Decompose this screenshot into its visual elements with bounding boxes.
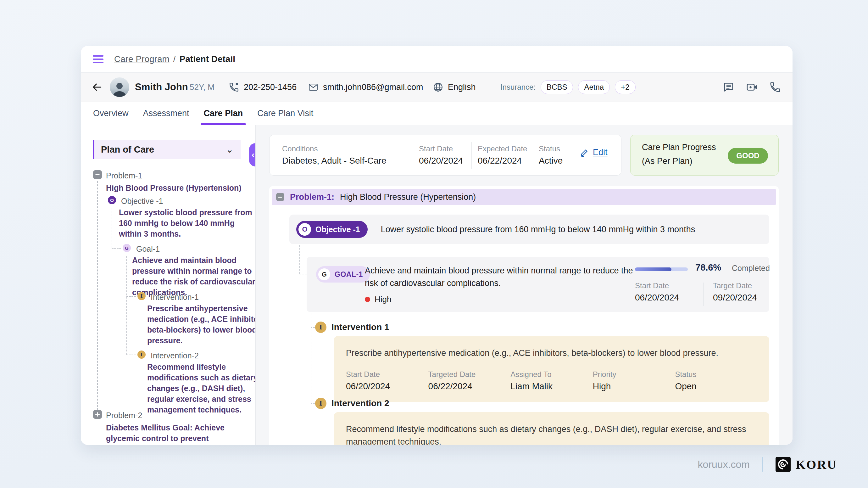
- tab-care-plan[interactable]: Care Plan: [204, 102, 243, 125]
- connector: [311, 313, 311, 403]
- intervention1-header[interactable]: I Intervention 1: [315, 322, 389, 333]
- intervention2-title: Intervention 2: [332, 398, 389, 408]
- email-group: smith.john086@gmail.com: [308, 73, 423, 102]
- pencil-icon: [580, 148, 589, 157]
- goal-letter-icon: G: [318, 268, 330, 280]
- connector: [300, 274, 307, 274]
- back-button[interactable]: [92, 73, 102, 102]
- intervention1-title: Intervention 1: [332, 322, 389, 332]
- intervention-letter-icon: I: [315, 398, 327, 409]
- mail-icon: [308, 82, 318, 92]
- patient-name: Smith John: [135, 73, 188, 102]
- care-plan-tree-sidebar: Plan of Care ⌄ ‹ Problem-1 High Blood Pr…: [81, 125, 256, 445]
- call-button[interactable]: [769, 81, 781, 93]
- goal-priority: High: [365, 295, 391, 304]
- divider: [532, 142, 532, 169]
- globe-icon: [433, 82, 443, 92]
- chat-button[interactable]: [723, 81, 735, 93]
- tree-node-objective1-badge[interactable]: O: [108, 196, 116, 204]
- intervention2-text: Recommend lifestyle modifications such a…: [346, 423, 755, 445]
- goal-start-date: 06/20/2024: [635, 293, 679, 303]
- int1-targeted-date: 06/22/2024: [428, 382, 511, 391]
- goal-progress-bar: [635, 268, 688, 271]
- int1-priority: High: [593, 382, 675, 391]
- sidebar-collapse-handle[interactable]: ‹: [249, 143, 256, 166]
- intervention2-header[interactable]: I Intervention 2: [315, 398, 389, 409]
- goal-progress-panel: 78.6% Completed Start Date 06/20/2024 Ta…: [634, 257, 766, 312]
- conditions-summary-card: Conditions Diabetes, Adult - Self-Care S…: [269, 135, 621, 176]
- goal-badge-icon: G: [123, 244, 131, 252]
- tree-node-problem2-label[interactable]: Problem-2: [106, 411, 142, 420]
- video-call-button[interactable]: [746, 81, 758, 93]
- tree-node-intervention1-label[interactable]: Intervention-1: [151, 293, 199, 302]
- tree-node-intervention1-text: Prescribe antihypertensive medication (e…: [147, 303, 256, 346]
- tab-care-plan-visit[interactable]: Care Plan Visit: [257, 102, 313, 125]
- app-window: Care Program / Patient Detail Smith John…: [81, 46, 793, 445]
- tree-node-problem2-text: Diabetes Mellitus Goal: Achieve glycemic…: [106, 422, 252, 445]
- expected-date-label: Expected Date: [478, 145, 527, 153]
- divider: [490, 77, 490, 98]
- problem1-section: Problem-1: High Blood Pressure (Hyperten…: [269, 186, 779, 445]
- goal-badge: G GOAL-1: [316, 266, 370, 282]
- int1-start-date-label: Start Date: [346, 370, 428, 379]
- tree-node-intervention1-badge[interactable]: I: [137, 292, 146, 300]
- status-label: Status: [539, 145, 563, 153]
- objective-text: Lower systolic blood pressure from 160 m…: [381, 225, 695, 235]
- tree-node-goal1-badge[interactable]: G: [123, 244, 131, 252]
- goal-target-date: 09/20/2024: [713, 293, 757, 303]
- tree-connector: [97, 181, 98, 410]
- phone-contact-icon: [229, 82, 239, 92]
- tree-node-problem1-label[interactable]: Problem-1: [106, 171, 142, 180]
- tab-bar: Overview Assessment Care Plan Care Plan …: [81, 102, 793, 125]
- problem1-header[interactable]: Problem-1: High Blood Pressure (Hyperten…: [272, 189, 776, 205]
- patient-info-bar: Smith John 52Y, M 202-250-1456 smith.joh…: [81, 72, 793, 102]
- tree-node-problem2-toggle[interactable]: [93, 410, 102, 419]
- plan-of-care-select[interactable]: Plan of Care ⌄: [93, 140, 241, 159]
- breadcrumb-link-care-program[interactable]: Care Program: [114, 54, 169, 64]
- arrow-left-icon: [92, 82, 102, 92]
- tree-node-problem1-toggle[interactable]: [93, 170, 102, 179]
- care-plan-main: Conditions Diabetes, Adult - Self-Care S…: [256, 125, 793, 445]
- int1-status-label: Status: [675, 370, 757, 379]
- plan-select-label: Plan of Care: [101, 145, 154, 155]
- breadcrumb-current: Patient Detail: [180, 54, 235, 64]
- intervention1-card: Prescribe antihypertensive medication (e…: [334, 336, 769, 402]
- tree-node-intervention2-label[interactable]: Intervention-2: [151, 351, 199, 360]
- patient-email: smith.john086@gmail.com: [323, 83, 423, 92]
- int1-targeted-date-label: Targeted Date: [428, 370, 511, 379]
- phone-icon: [769, 81, 781, 93]
- insurance-group: Insurance: BCBS Aetna +2: [500, 73, 636, 102]
- goal-badge-label: GOAL-1: [335, 270, 363, 279]
- accent-bar: [93, 140, 94, 159]
- tab-overview[interactable]: Overview: [93, 102, 129, 125]
- intervention-badge-icon: I: [137, 292, 146, 300]
- intervention-letter-icon: I: [315, 322, 327, 333]
- collapse-minus-icon: [93, 170, 102, 179]
- intervention1-text: Prescribe antihypertensive medication (e…: [346, 347, 757, 359]
- progress-card-subtitle: (As Per Plan): [642, 156, 692, 166]
- hamburger-menu-icon[interactable]: [93, 55, 103, 63]
- phone-group: 202-250-1456: [229, 73, 297, 102]
- problem1-badge: Problem-1:: [290, 192, 334, 202]
- footer-site-url: koruux.com: [698, 459, 750, 470]
- edit-button[interactable]: Edit: [580, 148, 608, 157]
- breadcrumb-separator: /: [173, 54, 176, 64]
- edit-label: Edit: [593, 148, 608, 157]
- tab-assessment[interactable]: Assessment: [143, 102, 189, 125]
- insurance-badge-more[interactable]: +2: [615, 80, 635, 94]
- tree-node-objective1-label[interactable]: Objective -1: [121, 196, 163, 206]
- top-bar: Care Program / Patient Detail: [81, 46, 793, 72]
- objective-row: O Objective -1 Lower systolic blood pres…: [289, 215, 769, 244]
- goal-progress-percent: 78.6%: [695, 263, 721, 273]
- chat-icon: [723, 81, 735, 93]
- patient-language: English: [448, 83, 476, 92]
- tree-node-goal1-label[interactable]: Goal-1: [136, 244, 160, 253]
- tree-node-problem1-text: High Blood Pressure (Hypertension): [106, 182, 251, 193]
- tree-node-intervention2-badge[interactable]: I: [137, 350, 146, 359]
- divider: [471, 142, 472, 169]
- tree-connector: [126, 355, 136, 355]
- language-group: English: [433, 73, 476, 102]
- tree-node-objective1-text: Lower systolic blood pressure from 160 m…: [119, 207, 256, 239]
- problem1-title: High Blood Pressure (Hypertension): [340, 192, 476, 202]
- connector: [311, 403, 315, 404]
